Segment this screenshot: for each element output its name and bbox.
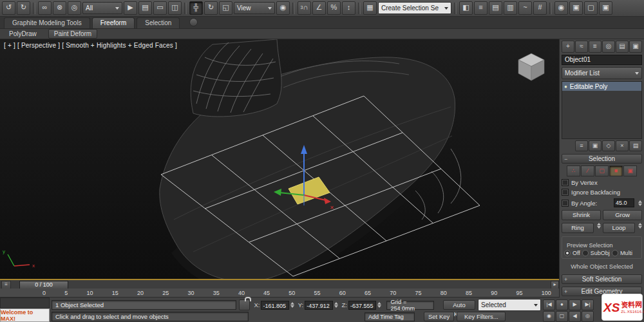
auto-key-button[interactable]: Auto Key (443, 300, 475, 310)
go-to-end-icon[interactable]: ▶| (582, 299, 594, 310)
ring-spinner[interactable] (597, 223, 601, 233)
preview-off-radio[interactable] (564, 250, 571, 256)
maxscript-mini-listener[interactable] (0, 298, 50, 308)
angle-snap-icon[interactable]: ∠ (312, 1, 326, 15)
ignore-backfacing-checkbox[interactable] (562, 189, 569, 196)
viewport-canvas[interactable]: ✕ x y (0, 39, 559, 279)
x-coord-field[interactable]: -161.805 (261, 301, 289, 310)
snaps-toggle-icon[interactable]: 3∩ (298, 1, 311, 15)
selection-filter-dropdown[interactable]: All (82, 2, 122, 14)
align-icon[interactable]: ≡ (474, 1, 488, 15)
spinner-snap-icon[interactable]: ↕ (342, 1, 355, 15)
bind-to-space-warp-icon[interactable]: ◎ (68, 1, 81, 15)
ribbon-toggle-icon[interactable]: ▥ (504, 1, 517, 15)
render-production-icon[interactable]: ▣ (599, 1, 612, 15)
by-angle-checkbox[interactable] (562, 200, 569, 207)
loop-button[interactable]: Loop (603, 223, 635, 233)
zoom-extents-icon[interactable]: ▢ (556, 311, 568, 322)
orbit-icon[interactable]: ◎ (582, 311, 594, 322)
reference-coordinate-dropdown[interactable]: View (234, 2, 275, 14)
zoom-icon[interactable]: ◉ (543, 311, 555, 322)
y-coord-spinner[interactable] (334, 302, 338, 308)
track-bar-ruler[interactable]: 0 5 10 15 20 25 30 35 40 45 50 55 60 65 … (0, 289, 559, 298)
modify-tab-icon[interactable]: ≈ (575, 41, 588, 53)
select-and-link-icon[interactable]: ∞ (38, 1, 52, 15)
select-and-rotate-icon[interactable]: ↻ (204, 1, 218, 15)
make-unique-icon[interactable]: ◇ (602, 140, 615, 151)
preview-subobj-radio[interactable] (582, 250, 589, 256)
time-slider-track[interactable] (0, 280, 559, 289)
go-to-start-icon[interactable]: |◀ (543, 299, 555, 310)
visibility-bulb-icon[interactable]: ● (564, 84, 567, 90)
perspective-viewport[interactable]: ✕ x y (0, 39, 559, 280)
stack-item-editable-poly[interactable]: ● Editable Poly (562, 82, 641, 91)
border-subobject-icon[interactable]: ▢ (595, 166, 609, 176)
polygon-subobject-icon[interactable]: ■ (609, 166, 623, 176)
subtab-polydraw[interactable]: PolyDraw (4, 30, 42, 38)
by-angle-spinner[interactable] (638, 200, 642, 206)
curve-editor-icon[interactable]: ~ (518, 1, 532, 15)
z-coord-spinner[interactable] (377, 302, 381, 308)
utilities-tab-icon[interactable]: ▣ (629, 41, 642, 53)
grow-button[interactable]: Grow (603, 210, 642, 220)
rendered-frame-window-icon[interactable]: ▢ (584, 1, 598, 15)
by-angle-field[interactable]: 45.0 (614, 198, 634, 207)
remove-modifier-icon[interactable]: × (616, 140, 629, 151)
key-filters-button[interactable]: Key Filters... (457, 312, 506, 321)
play-animation-icon[interactable]: ▶ (569, 299, 581, 310)
display-tab-icon[interactable]: ▤ (616, 41, 629, 53)
unlink-selection-icon[interactable]: ⊗ (53, 1, 66, 15)
percent-snap-icon[interactable]: % (327, 1, 341, 15)
rollout-soft-selection[interactable]: + Soft Selection (562, 274, 642, 284)
use-center-icon[interactable]: ◉ (276, 1, 290, 15)
configure-modifier-sets-icon[interactable]: ▤ (629, 140, 642, 151)
mirror-icon[interactable]: ◧ (459, 1, 473, 15)
rollout-selection[interactable]: − Selection (562, 154, 642, 164)
named-selection-set-dropdown[interactable]: Create Selection Se (378, 2, 451, 14)
undo-icon[interactable]: ↺ (2, 1, 15, 15)
element-subobject-icon[interactable]: ▣ (623, 166, 637, 176)
selected-keys-dropdown[interactable]: Selected (478, 299, 541, 311)
shrink-button[interactable]: Shrink (562, 210, 601, 220)
hierarchy-tab-icon[interactable]: ≡ (589, 41, 601, 53)
create-tab-icon[interactable]: + (562, 41, 574, 53)
key-mode-icon[interactable]: ● (556, 299, 568, 310)
tab-freeform[interactable]: Freeform (92, 17, 135, 28)
object-name-field[interactable]: Object01 (562, 55, 642, 65)
modifier-stack[interactable]: ● Editable Poly (562, 81, 642, 139)
selection-region-icon[interactable]: ▭ (153, 1, 167, 15)
edge-subobject-icon[interactable]: ∕ (581, 166, 594, 176)
viewport-label[interactable]: [ + ] [ Perspective ] [ Smooth + Highlig… (4, 42, 177, 49)
select-and-scale-icon[interactable]: ◱ (219, 1, 232, 15)
redo-icon[interactable]: ↻ (17, 1, 30, 15)
loop-spinner[interactable] (638, 223, 642, 233)
preview-multi-radio[interactable] (612, 250, 618, 256)
select-object-icon[interactable]: ▶ (124, 1, 137, 15)
ring-button[interactable]: Ring (562, 223, 594, 233)
select-and-move-icon[interactable]: ╬ (189, 1, 203, 15)
schematic-view-icon[interactable]: # (533, 1, 547, 15)
selection-lock-icon[interactable] (239, 299, 251, 310)
add-time-tag-field[interactable]: Add Time Tag (365, 312, 415, 321)
show-end-result-icon[interactable]: ▣ (589, 140, 601, 151)
pin-stack-icon[interactable]: ≡ (575, 140, 588, 151)
pan-icon[interactable]: ◀ (569, 311, 581, 322)
select-by-name-icon[interactable]: ▤ (138, 1, 152, 15)
modifier-list-dropdown[interactable]: Modifier List (562, 67, 642, 79)
ribbon-minimize-button[interactable] (189, 18, 198, 26)
render-setup-icon[interactable]: ▣ (569, 1, 583, 15)
tab-selection[interactable]: Selection (137, 17, 180, 28)
y-coord-field[interactable]: -437.912 (305, 301, 332, 310)
subtab-paint-deform[interactable]: Paint Deform (48, 29, 97, 39)
edit-named-selections-icon[interactable]: ▦ (363, 1, 377, 15)
x-coord-spinner[interactable] (290, 302, 294, 308)
by-vertex-checkbox[interactable] (562, 179, 569, 186)
motion-tab-icon[interactable]: ◎ (602, 41, 615, 53)
z-coord-field[interactable]: -637.555 (348, 301, 376, 310)
set-key-button[interactable]: Set Key (424, 312, 454, 321)
window-crossing-icon[interactable]: ◫ (168, 1, 182, 15)
welcome-button[interactable]: Welcome to MAX! (0, 308, 50, 322)
tab-graphite-modeling-tools[interactable]: Graphite Modeling Tools (4, 17, 90, 28)
material-editor-icon[interactable]: ◉ (554, 1, 568, 15)
vertex-subobject-icon[interactable]: ∴ (567, 166, 580, 176)
